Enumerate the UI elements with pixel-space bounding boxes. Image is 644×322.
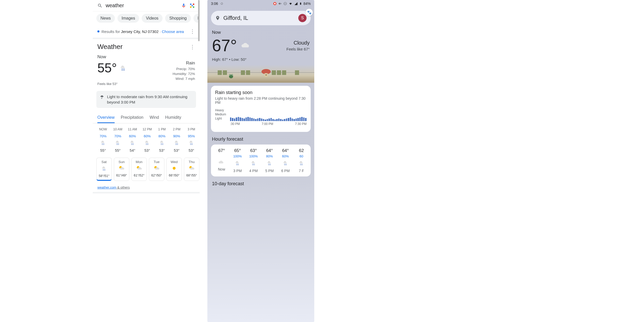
svg-point-39 <box>162 144 162 145</box>
dnd-icon <box>283 2 287 5</box>
svg-point-11 <box>102 143 102 144</box>
svg-point-51 <box>191 144 192 145</box>
svg-point-34 <box>148 144 148 145</box>
svg-point-79 <box>236 164 237 164</box>
hour-column[interactable]: 65° 100% 3 PM <box>230 148 245 173</box>
filter-chips: News Images Videos Shopping Maps B <box>93 11 200 25</box>
svg-point-50 <box>190 144 191 145</box>
svg-point-20 <box>116 144 117 145</box>
svg-point-55 <box>105 169 105 170</box>
svg-point-106 <box>300 165 301 165</box>
svg-point-64 <box>221 3 223 5</box>
hourly-card[interactable]: 67° Now 65° 100% 3 PM 63° 100% 4 PM 64° … <box>211 145 311 176</box>
chip-news[interactable]: News <box>96 14 115 23</box>
tab-precipitation[interactable]: Precipitation <box>121 113 143 123</box>
svg-point-23 <box>131 143 132 144</box>
search-query[interactable]: weather <box>106 3 178 9</box>
overflow-menu-icon[interactable]: ⋮ <box>190 28 195 35</box>
chip-images[interactable]: Images <box>117 14 139 23</box>
hour-column[interactable]: 63° 100% 4 PM <box>245 148 261 173</box>
account-avatar[interactable]: S <box>298 14 307 22</box>
choose-area-link[interactable]: Choose area <box>162 29 184 34</box>
location-pill[interactable]: Gifford, IL S <box>211 11 311 25</box>
svg-point-94 <box>268 165 269 165</box>
svg-point-7 <box>121 70 122 71</box>
svg-point-24 <box>132 143 133 144</box>
day-column[interactable]: Thu 68°/55° <box>184 158 199 181</box>
condition-text: Cloudy <box>286 40 310 46</box>
svg-point-31 <box>148 143 148 144</box>
weather-app-screen: 3:06 84% 🐾 Gifford, IL S Now 67° <box>207 0 314 322</box>
day-column[interactable]: Tue 62°/50° <box>149 158 164 181</box>
lens-icon[interactable] <box>189 3 195 9</box>
hour-column[interactable]: 12 PM 60% 53° <box>141 128 153 152</box>
hour-column[interactable]: 3 PM 95% 53° <box>186 128 197 152</box>
svg-point-87 <box>254 164 255 164</box>
svg-rect-2 <box>190 6 192 8</box>
svg-point-28 <box>133 144 134 145</box>
search-bar[interactable]: weather <box>93 0 200 11</box>
svg-point-18 <box>117 143 118 144</box>
svg-point-98 <box>285 164 286 164</box>
svg-point-83 <box>237 165 238 165</box>
svg-point-35 <box>161 143 161 144</box>
svg-point-100 <box>284 165 285 165</box>
svg-point-52 <box>192 144 193 145</box>
svg-point-77 <box>230 75 231 75</box>
paw-badge-icon[interactable]: 🐾 <box>306 9 313 16</box>
daily-forecast-row[interactable]: Sat 58°/51° Sun 61°/49° Mon 61°/52° Tue … <box>93 156 200 183</box>
day-column[interactable]: Sun 61°/49° <box>114 158 129 181</box>
feels-like: Feels like 67° <box>286 47 310 51</box>
weather-tabs: Overview Precipitation Wind Humidity <box>93 113 200 123</box>
svg-point-15 <box>103 144 103 145</box>
day-column[interactable]: Mon 61°/52° <box>131 158 147 181</box>
weather-card-title: Weather <box>97 43 190 51</box>
svg-point-4 <box>191 5 193 6</box>
tab-wind[interactable]: Wind <box>150 113 159 123</box>
umbrella-icon <box>100 95 104 100</box>
rain-card-subtitle: Light to heavy rain from 2:28 PM continu… <box>215 96 307 105</box>
chip-shopping[interactable]: Shopping <box>165 14 191 23</box>
hour-column[interactable]: 2 PM 90% 53° <box>171 128 182 152</box>
svg-point-103 <box>300 164 301 164</box>
mic-icon[interactable] <box>181 3 186 9</box>
hour-column[interactable]: 62 60 7 F <box>293 148 309 173</box>
hour-column[interactable]: 10 AM 70% 55° <box>112 128 123 152</box>
svg-point-105 <box>302 164 303 164</box>
svg-point-27 <box>132 144 133 145</box>
svg-point-8 <box>123 70 123 71</box>
day-column[interactable]: Wed 66°/50° <box>166 158 182 181</box>
svg-point-6 <box>123 69 123 69</box>
svg-point-43 <box>177 143 178 144</box>
day-column[interactable]: Sat 58°/51° <box>96 158 112 181</box>
svg-point-49 <box>192 143 193 144</box>
svg-point-41 <box>175 143 176 144</box>
current-temperature: 67° <box>212 36 237 55</box>
hour-column[interactable]: 64° 80% 5 PM <box>261 148 277 173</box>
hour-column[interactable]: NOW 70% 55° <box>97 128 109 152</box>
svg-point-73 <box>266 74 267 75</box>
svg-point-33 <box>147 144 147 145</box>
scrollbar[interactable] <box>198 0 200 41</box>
hour-column[interactable]: 67° Now <box>214 148 230 173</box>
tab-overview[interactable]: Overview <box>97 113 115 123</box>
svg-rect-69 <box>300 3 301 5</box>
chip-videos[interactable]: Videos <box>142 14 163 23</box>
hour-column[interactable]: 64° 60% 6 PM <box>277 148 293 173</box>
hourly-forecast-row[interactable]: NOW 70% 55° 10 AM 70% 55° 11 AM 60% 54° … <box>93 123 200 156</box>
precip-detail: Precip: 70% <box>173 67 195 72</box>
hour-column[interactable]: 1 PM 80% 53° <box>156 128 168 152</box>
wind-detail: Wind: 7 mph <box>173 77 195 81</box>
tab-humidity[interactable]: Humidity <box>165 113 181 123</box>
svg-point-42 <box>176 143 177 144</box>
attribution-link[interactable]: weather.com <box>97 185 116 189</box>
svg-point-30 <box>147 143 147 144</box>
svg-point-21 <box>117 144 118 145</box>
svg-point-22 <box>118 144 119 145</box>
svg-point-45 <box>176 144 177 145</box>
svg-point-90 <box>254 165 255 165</box>
svg-point-86 <box>253 164 254 164</box>
rain-card[interactable]: Rain starting soon Light to heavy rain f… <box>211 86 311 132</box>
card-overflow-icon[interactable]: ⋮ <box>190 44 195 50</box>
hour-column[interactable]: 11 AM 60% 54° <box>127 128 138 152</box>
